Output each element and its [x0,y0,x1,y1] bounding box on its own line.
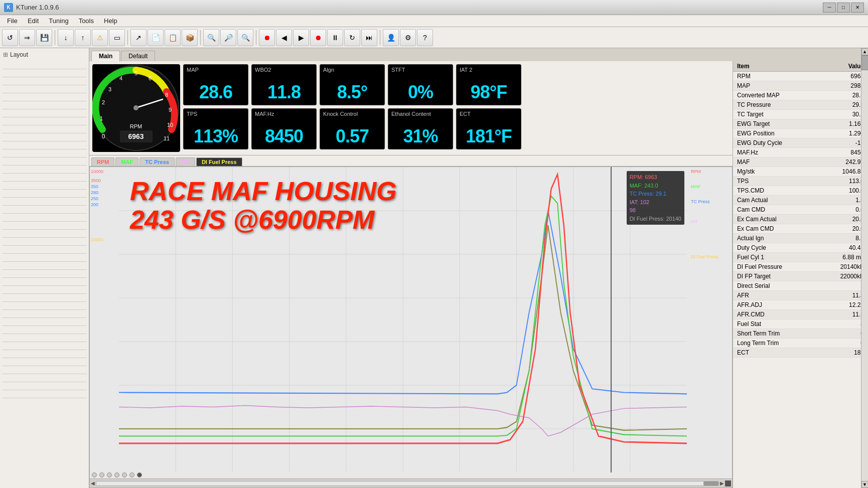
maximize-button[interactable]: □ [837,3,850,13]
sidebar-line [2,270,87,278]
gauge-section: 0 1 2 3 4 5 6 [89,61,733,155]
dot-6[interactable] [129,472,134,477]
tb-forward[interactable]: ⇒ [19,29,35,46]
tb-export[interactable]: 📋 [165,29,181,46]
tb-save[interactable]: 💾 [36,29,52,46]
right-panel-scrollbar[interactable]: ▲ ▼ [861,61,868,488]
chart-tab-rpm[interactable]: RPM [91,157,114,166]
tb-loop[interactable]: ↻ [344,29,360,46]
chart-tab-iat[interactable]: IAT [176,157,195,166]
tb-play[interactable]: ▶ [293,29,309,46]
minimize-button[interactable]: ─ [823,3,836,13]
title-bar: K KTuner 1.0.9.6 ─ □ ✕ [0,0,868,15]
gauge-tps-label: TPS [187,111,197,117]
tb-zoom-fit[interactable]: 🔎 [220,29,236,46]
menu-tuning[interactable]: Tuning [44,16,73,26]
close-button[interactable]: ✕ [851,3,864,13]
table-cell-item: MAF [733,157,817,167]
scrollbar-thumb[interactable] [861,61,869,70]
chart-tab-maf[interactable]: MAF [115,157,138,166]
gauge-ect-label: ECT [460,111,471,117]
table-cell-value [817,281,868,291]
scroll-thumb[interactable] [703,481,718,485]
content-area: Main Default [89,48,868,488]
tb-up[interactable]: ↑ [75,29,91,46]
tab-default[interactable]: Default [121,51,155,61]
gauge-wbo2-label: WBO2 [255,67,271,73]
table-row: TC Pressure29.1 [733,100,868,110]
table-row: TPS.CMD100.0 [733,186,868,196]
sidebar-line [2,198,87,206]
scrollbar-down[interactable]: ▼ [861,481,869,488]
tb-zoom-in[interactable]: 🔍 [203,29,219,46]
tb-import[interactable]: 📦 [182,29,198,46]
scroll-track[interactable] [96,481,719,486]
tb-next[interactable]: ⏭ [361,29,377,46]
gauge-algn-value: 8.5° [337,82,367,103]
gauge-mafhz: MAF.Hz 8450 [251,108,317,149]
dot-7[interactable] [137,472,142,477]
dot-4[interactable] [114,472,119,477]
table-cell-value: 20140kP [817,262,868,272]
svg-text:5: 5 [134,70,137,76]
menu-edit[interactable]: Edit [23,16,44,26]
sidebar-line [2,230,87,238]
tb-user[interactable]: 👤 [383,29,399,46]
table-cell-value: 113.0 [817,177,868,186]
tb-prev[interactable]: ◀ [276,29,292,46]
sidebar-line [2,222,87,230]
tb-link[interactable]: ↗ [130,29,147,46]
tb-pause[interactable]: ⏸ [327,29,343,46]
sidebar-line [2,318,87,326]
table-cell-value: 12.28 [817,300,868,310]
table-row: RPM6963 [733,72,868,81]
table-cell-value: 8.5 [817,234,868,243]
tb-down[interactable]: ↓ [58,29,74,46]
tb-settings[interactable]: ⚙ [400,29,416,46]
menu-file[interactable]: File [2,16,23,26]
scroll-left-arrow[interactable]: ◀ [91,480,95,486]
tb-warn[interactable]: ⚠ [92,29,108,46]
tb-rect[interactable]: ▭ [109,29,125,46]
scroll-right-arrow[interactable]: ▶ [720,480,724,486]
tb-back[interactable]: ↺ [2,29,18,46]
right-panel: Item Value RPM6963MAP2982Converted MAP28… [733,61,868,488]
sidebar-line [2,85,87,93]
scrollbar-track[interactable] [861,61,869,481]
gauge-ect: ECT 181°F [456,108,521,149]
sidebar-line [2,69,87,77]
table-cell-item: Cam CMD [733,205,817,215]
dot-5[interactable] [122,472,127,477]
table-cell-item: MAF.Hz [733,148,817,157]
gauge-ethanol: Ethanol Content 31% [388,108,453,149]
dot-1[interactable] [92,472,97,477]
tb-save2[interactable]: 📄 [148,29,164,46]
dot-3[interactable] [107,472,112,477]
chart-scrollbar[interactable]: ◀ ▶ [90,478,732,487]
sidebar-layout-label: Layout [10,51,28,58]
sidebar-line [2,334,87,342]
table-row: Short Term Trim0 [733,329,868,339]
chart-area: 10000 3500 350 280 250 200 20000 RPM MAF… [89,167,733,488]
page-dots [92,472,142,477]
layout-expand-icon[interactable]: ⊞ [3,51,8,58]
tab-main[interactable]: Main [91,51,120,62]
chart-tooltip: RPM: 6963 MAF: 243.0 TC Press: 29.1 IAT:… [627,171,684,225]
menu-help[interactable]: Help [99,16,122,26]
dot-2[interactable] [99,472,104,477]
chart-tab-di[interactable]: DI Fuel Press [196,157,242,166]
tb-help[interactable]: ? [417,29,433,46]
table-cell-item: TPS [733,177,817,186]
tb-record2[interactable]: ⏺ [310,29,326,46]
table-cell-value: 22000kP [817,272,868,281]
tb-zoom-out[interactable]: 🔍 [237,29,253,46]
data-table-body: RPM6963MAP2982Converted MAP28.6TC Pressu… [733,72,868,358]
tb-record[interactable]: ⏺ [259,29,275,46]
chart-tab-tc[interactable]: TC Press [139,157,175,166]
chart-panel: 0 1 2 3 4 5 6 [89,61,733,488]
gauge-ethanol-value: 31% [403,126,438,147]
table-row: Converted MAP28.6 [733,91,868,100]
menu-tools[interactable]: Tools [74,16,99,26]
data-table-container: Item Value RPM6963MAP2982Converted MAP28… [733,61,868,488]
table-cell-item: AFR.CMD [733,310,817,319]
